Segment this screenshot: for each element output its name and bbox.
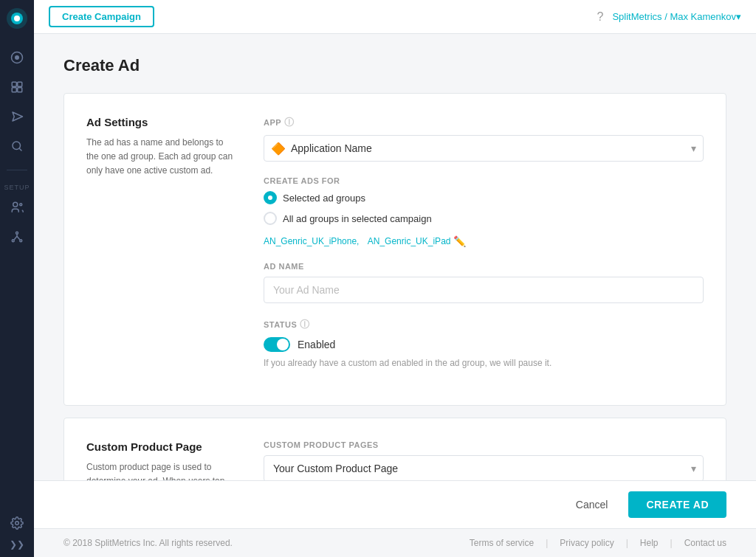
sidebar-item-search[interactable] (4, 133, 30, 159)
svg-point-2 (14, 15, 20, 21)
create-ads-field-group: CREATE ADS FOR Selected ad groups All ad… (264, 176, 704, 247)
svg-point-11 (20, 204, 22, 206)
edit-ad-groups-icon[interactable]: ✏️ (453, 235, 466, 247)
topbar: Create Campaign ? SplitMetrics / Max Kam… (34, 0, 756, 34)
sidebar-item-settings[interactable] (4, 510, 30, 536)
ad-name-field-group: AD NAME (264, 262, 704, 303)
status-value: Enabled (298, 339, 335, 350)
radio-group: Selected ad groups All ad groups in sele… (264, 191, 704, 225)
status-field-group: STATUS ⓘ Enabled If you already have a c… (264, 318, 704, 368)
copyright-text: © 2018 SplitMetrics Inc. All rights rese… (63, 538, 233, 548)
custom-product-title: Custom Product Page (86, 440, 234, 453)
ad-name-label: AD NAME (264, 262, 704, 271)
radio-selected-groups[interactable]: Selected ad groups (264, 191, 704, 204)
footer-links: Terms of service | Privacy policy | Help… (470, 538, 726, 548)
user-dropdown-arrow: ▾ (736, 11, 741, 22)
app-info-icon[interactable]: ⓘ (284, 116, 295, 129)
footer-divider-2: | (626, 538, 628, 548)
terms-link[interactable]: Terms of service (470, 538, 534, 548)
custom-pages-label: CUSTOM PRODUCT PAGES (264, 440, 704, 449)
page-footer: © 2018 SplitMetrics Inc. All rights rese… (34, 528, 756, 557)
custom-pages-field-group: CUSTOM PRODUCT PAGES Your Custom Product… (264, 440, 704, 480)
page-title: Create Ad (63, 56, 726, 75)
sidebar-item-integrations[interactable] (4, 224, 30, 250)
svg-point-10 (13, 202, 18, 207)
sidebar-item-dashboard[interactable] (4, 44, 30, 71)
page-content: Create Ad Ad Settings The ad has a name … (34, 34, 756, 480)
radio-all-label: All ad groups in selected campaign (283, 213, 432, 224)
radio-selected-label: Selected ad groups (283, 193, 365, 204)
privacy-link[interactable]: Privacy policy (560, 538, 614, 548)
status-row: Enabled (264, 337, 704, 352)
app-app-icon: 🔶 (271, 142, 286, 156)
svg-point-15 (16, 522, 19, 525)
ad-settings-description: Ad Settings The ad has a name and belong… (86, 116, 234, 383)
help-link[interactable]: Help (640, 538, 659, 548)
footer-divider-3: | (670, 538, 673, 548)
contact-link[interactable]: Contact us (684, 538, 726, 548)
custom-product-section: Custom Product Page Custom product page … (63, 418, 726, 480)
status-label: STATUS ⓘ (264, 318, 704, 331)
expand-icon[interactable]: ❯❯ (10, 539, 24, 550)
radio-all-groups[interactable]: All ad groups in selected campaign (264, 212, 704, 225)
ad-group-1: AN_Genric_UK_iPhone, (264, 236, 359, 246)
radio-selected-indicator (264, 191, 277, 204)
sidebar-setup-label: SETUP (4, 184, 30, 191)
user-name: Max Kamenkov (670, 11, 736, 22)
status-toggle[interactable] (264, 337, 290, 352)
svg-point-13 (12, 240, 14, 242)
sidebar-divider (7, 170, 27, 170)
create-ad-button[interactable]: CREATE AD (628, 491, 726, 518)
custom-product-description: Custom Product Page Custom product page … (86, 440, 234, 480)
radio-all-indicator (264, 212, 277, 225)
svg-point-14 (20, 240, 22, 242)
custom-pages-select-wrapper: Your Custom Product Page ▾ (264, 455, 704, 480)
create-campaign-button[interactable]: Create Campaign (49, 6, 154, 27)
app-select-wrapper: 🔶 Application Name ▾ (264, 135, 704, 162)
user-prefix: SplitMetrics / (612, 11, 670, 22)
svg-point-9 (13, 142, 21, 150)
user-menu[interactable]: SplitMetrics / Max Kamenkov▾ (612, 11, 741, 22)
custom-product-form: CUSTOM PRODUCT PAGES Your Custom Product… (264, 440, 704, 480)
ad-settings-text: The ad has a name and belongs to the one… (86, 136, 234, 179)
app-logo[interactable] (6, 7, 28, 30)
help-icon[interactable]: ? (597, 10, 603, 24)
app-label: APP ⓘ (264, 116, 704, 129)
ad-group-2: AN_Genric_UK_iPad (368, 236, 451, 246)
ad-settings-form: APP ⓘ 🔶 Application Name ▾ (264, 116, 704, 383)
app-select[interactable]: Application Name (264, 135, 704, 162)
svg-rect-8 (18, 88, 22, 92)
ad-name-input[interactable] (264, 277, 704, 303)
svg-point-12 (16, 232, 18, 234)
sidebar-item-campaigns[interactable] (4, 103, 30, 130)
sidebar-bottom: ❯❯ (4, 510, 30, 557)
svg-rect-7 (12, 88, 16, 92)
status-info-icon[interactable]: ⓘ (300, 318, 310, 331)
topbar-right: ? SplitMetrics / Max Kamenkov▾ (597, 10, 741, 24)
custom-product-text: Custom product page is used to determine… (86, 460, 234, 480)
footer-actions: Cancel CREATE AD (34, 480, 756, 528)
custom-pages-select[interactable]: Your Custom Product Page (264, 455, 704, 480)
svg-rect-5 (12, 82, 16, 86)
sidebar-item-grid[interactable] (4, 74, 30, 100)
main-content: Create Campaign ? SplitMetrics / Max Kam… (34, 0, 756, 557)
sidebar-item-users[interactable] (4, 194, 30, 221)
cancel-button[interactable]: Cancel (564, 493, 620, 516)
ad-settings-section: Ad Settings The ad has a name and belong… (63, 93, 726, 406)
app-field-group: APP ⓘ 🔶 Application Name ▾ (264, 116, 704, 162)
sidebar: SETUP ❯❯ (0, 0, 34, 557)
ad-groups-link[interactable]: AN_Genric_UK_iPhone, AN_Genric_UK_iPad ✏… (264, 235, 704, 247)
ad-settings-title: Ad Settings (86, 116, 234, 128)
status-hint: If you already have a custom ad enabled … (264, 358, 704, 368)
footer-divider-1: | (546, 538, 548, 548)
create-ads-label: CREATE ADS FOR (264, 176, 704, 185)
svg-rect-6 (18, 82, 22, 86)
toggle-knob (277, 339, 289, 350)
svg-point-4 (15, 55, 19, 60)
